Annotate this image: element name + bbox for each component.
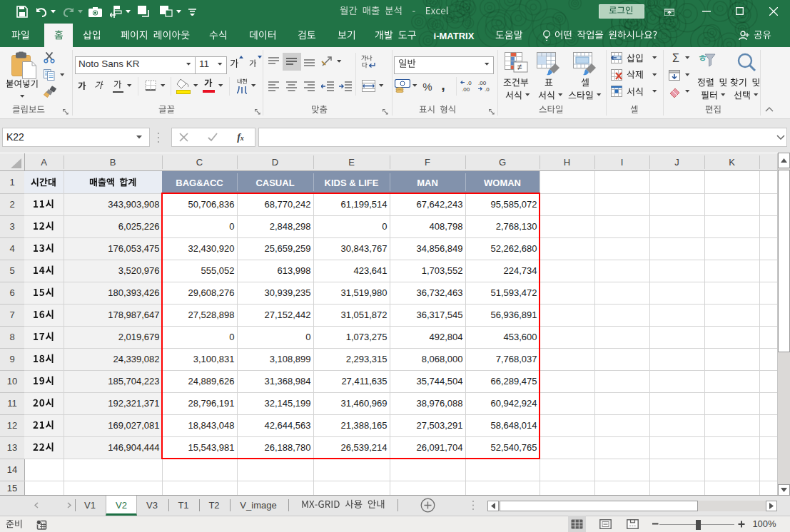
svg-text:.00: .00 <box>478 80 487 86</box>
svg-text:≠: ≠ <box>517 62 522 72</box>
svg-text:.0: .0 <box>467 80 472 86</box>
svg-text:.0: .0 <box>485 86 490 92</box>
svg-text:.00: .00 <box>462 86 470 92</box>
